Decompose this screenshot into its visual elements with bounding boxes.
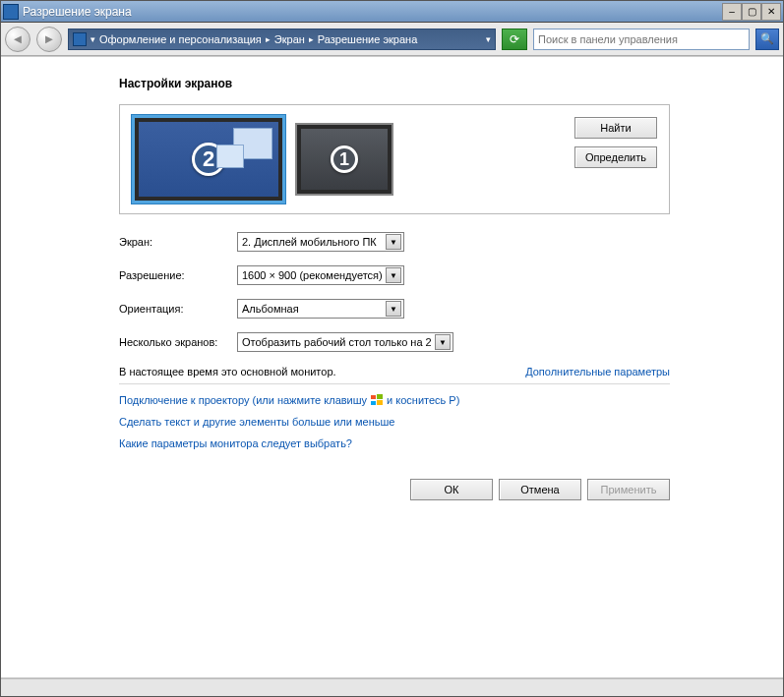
- monitor-1-number: 1: [331, 145, 358, 173]
- back-button[interactable]: ◄: [5, 27, 30, 52]
- titlebar[interactable]: Разрешение экрана – ▢ ✕: [1, 1, 783, 23]
- search-box[interactable]: [533, 29, 750, 50]
- close-button[interactable]: ✕: [761, 3, 781, 21]
- chevron-right-icon: ▸: [309, 34, 314, 44]
- primary-monitor-info: В настоящее время это основной монитор.: [119, 366, 336, 378]
- screen-value: 2. Дисплей мобильного ПК: [242, 236, 377, 248]
- chevron-right-icon: ▸: [266, 34, 271, 44]
- orientation-select[interactable]: Альбомная ▼: [237, 299, 404, 319]
- svg-rect-2: [371, 401, 376, 405]
- resolution-value: 1600 × 900 (рекомендуется): [242, 269, 383, 281]
- screen-label: Экран:: [119, 236, 237, 248]
- svg-rect-0: [371, 395, 376, 399]
- multimon-select[interactable]: Отобразить рабочий стол только на 2 ▼: [237, 332, 453, 352]
- breadcrumb-seg-3[interactable]: Разрешение экрана: [318, 33, 417, 45]
- address-bar[interactable]: ▾ Оформление и персонализация ▸ Экран ▸ …: [68, 29, 496, 50]
- breadcrumb-seg-2[interactable]: Экран: [274, 33, 305, 45]
- statusbar: [1, 678, 783, 696]
- dropdown-icon: ▼: [386, 267, 401, 283]
- content-area: Настройки экранов 2 1 Найти Определить: [1, 56, 783, 678]
- identify-button[interactable]: Определить: [574, 146, 657, 168]
- settings-form: Экран: 2. Дисплей мобильного ПК ▼ Разреш…: [119, 232, 670, 352]
- which-settings-link[interactable]: Какие параметры монитора следует выбрать…: [119, 437, 670, 449]
- orientation-label: Ориентация:: [119, 303, 237, 315]
- app-icon: [3, 4, 19, 20]
- search-button[interactable]: 🔍: [755, 29, 779, 50]
- divider: [119, 383, 670, 384]
- control-panel-icon: [73, 32, 87, 46]
- advanced-settings-link[interactable]: Дополнительные параметры: [525, 366, 670, 378]
- refresh-button[interactable]: ⟳: [502, 29, 527, 50]
- preview-windows-icon: [233, 128, 272, 159]
- orientation-value: Альбомная: [242, 303, 299, 315]
- display-preview: 2 1 Найти Определить: [119, 104, 670, 214]
- resolution-label: Разрешение:: [119, 269, 237, 281]
- maximize-button[interactable]: ▢: [742, 3, 761, 21]
- window-frame: Разрешение экрана – ▢ ✕ ◄ ► ▾ Оформление…: [0, 0, 784, 697]
- dropdown-icon: ▼: [386, 301, 401, 317]
- windows-logo-icon: [371, 394, 383, 406]
- cancel-button[interactable]: Отмена: [499, 479, 581, 500]
- search-input[interactable]: [534, 33, 749, 45]
- svg-rect-3: [377, 400, 383, 405]
- address-dropdown-icon[interactable]: ▾: [486, 34, 491, 44]
- ok-button[interactable]: ОК: [410, 479, 493, 500]
- search-icon: 🔍: [760, 32, 774, 45]
- screen-select[interactable]: 2. Дисплей мобильного ПК ▼: [237, 232, 404, 252]
- svg-rect-1: [377, 394, 383, 399]
- minimize-button[interactable]: –: [722, 3, 742, 21]
- multimon-value: Отобразить рабочий стол только на 2: [242, 336, 432, 348]
- action-bar: ОК Отмена Применить: [119, 479, 670, 500]
- monitor-2[interactable]: 2: [132, 115, 285, 203]
- chevron-icon: ▾: [90, 34, 95, 44]
- text-size-link[interactable]: Сделать текст и другие элементы больше и…: [119, 416, 670, 428]
- breadcrumb-seg-1[interactable]: Оформление и персонализация: [99, 33, 262, 45]
- navbar: ◄ ► ▾ Оформление и персонализация ▸ Экра…: [1, 23, 783, 56]
- dropdown-icon: ▼: [435, 334, 451, 350]
- window-title: Разрешение экрана: [23, 5, 722, 19]
- projector-link[interactable]: Подключение к проектору (или нажмите кла…: [119, 394, 670, 406]
- resolution-select[interactable]: 1600 × 900 (рекомендуется) ▼: [237, 265, 404, 285]
- forward-button[interactable]: ►: [36, 27, 62, 52]
- multimon-label: Несколько экранов:: [119, 336, 237, 348]
- page-heading: Настройки экранов: [119, 77, 670, 90]
- monitor-1[interactable]: 1: [295, 123, 393, 196]
- find-button[interactable]: Найти: [574, 117, 657, 139]
- apply-button[interactable]: Применить: [587, 479, 670, 500]
- dropdown-icon: ▼: [386, 234, 401, 250]
